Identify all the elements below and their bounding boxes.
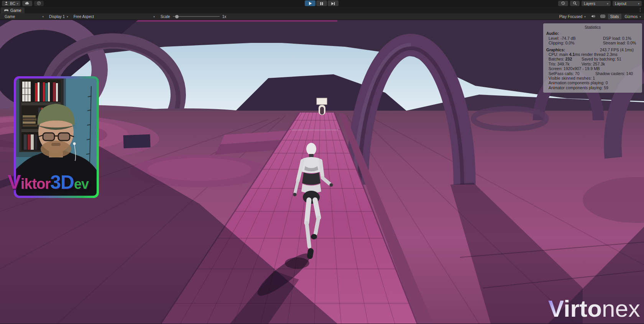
saved-by-batching: Saved by batching: 51 bbox=[582, 57, 639, 61]
statistics-panel: Statistics Audio: Level: -74.7 dB DSP lo… bbox=[543, 23, 642, 93]
graphics-row-animation: Animation components playing: 0 bbox=[546, 80, 639, 85]
tab-game[interactable]: Game bbox=[1, 7, 25, 13]
watermark-light: nex bbox=[602, 295, 640, 322]
graphics-row-animator: Animator components playing: 59 bbox=[546, 85, 639, 90]
search-button[interactable] bbox=[570, 1, 580, 6]
layout-dropdown[interactable]: Layout ▾ bbox=[613, 1, 642, 6]
step-button[interactable] bbox=[328, 0, 338, 6]
scale-slider[interactable] bbox=[173, 16, 220, 17]
play-focused-label: Play Focused bbox=[559, 15, 583, 19]
gizmos-label: Gizmos bbox=[625, 15, 638, 19]
logo-letters-iktor: iktor bbox=[21, 176, 50, 192]
virtonex-watermark: Virtonex bbox=[548, 295, 640, 322]
graphics-row-cpu: CPU: main 4.1ms render thread 2.3ms bbox=[546, 52, 639, 57]
graphics-row-skinned: Visible skinned meshes: 1 bbox=[546, 76, 639, 80]
stats-toggle-button[interactable]: Stats bbox=[608, 14, 621, 20]
aspect-dropdown[interactable]: Free Aspect ▾ bbox=[71, 13, 158, 20]
animator-components: Animator components playing: 59 bbox=[549, 85, 639, 90]
chevron-down-icon: ▾ bbox=[42, 15, 44, 18]
account-button[interactable]: BC ▾ bbox=[2, 1, 20, 6]
audio-row: Level: -74.7 dB DSP load: 0.1% bbox=[546, 36, 639, 41]
chevron-down-icon: ▾ bbox=[639, 15, 641, 18]
logo-letters-ev: ev bbox=[74, 176, 89, 192]
editor-topbar: BC ▾ Layers ▾ Layout ▾ bbox=[0, 0, 644, 7]
audio-level: Level: -74.7 dB bbox=[549, 36, 603, 41]
aspect-dropdown-label: Free Aspect bbox=[74, 15, 94, 19]
cloud-icon bbox=[25, 1, 30, 6]
cpu-times: CPU: main 4.1ms render thread 2.3ms bbox=[549, 52, 639, 57]
camera-dropdown-label: Game bbox=[5, 15, 15, 19]
speaker-icon bbox=[591, 14, 596, 19]
graphics-row-setpass: SetPass calls: 70 Shadow casters: 140 bbox=[546, 71, 639, 76]
mute-audio-button[interactable] bbox=[589, 14, 598, 20]
game-toolbar-right: Play Focused ▾ Stats Gizmos ▾ bbox=[557, 14, 642, 20]
watermark-v: V bbox=[548, 295, 564, 322]
logo-letters-3d: 3D bbox=[50, 172, 74, 193]
audio-clipping: Clipping: 0.0% bbox=[549, 41, 603, 45]
visible-skinned-meshes: Visible skinned meshes: 1 bbox=[549, 76, 639, 80]
version-control-icon bbox=[37, 1, 41, 6]
step-icon bbox=[331, 0, 335, 7]
topbar-right-group: Layers ▾ Layout ▾ bbox=[558, 1, 642, 6]
play-focused-dropdown[interactable]: Play Focused ▾ bbox=[557, 15, 588, 19]
game-tab-label: Game bbox=[10, 8, 21, 13]
screen-info: Screen: 1920x907 - 19.9 MB bbox=[549, 66, 639, 71]
animation-components: Animation components playing: 0 bbox=[549, 80, 639, 85]
verts-count: Verts: 257.3k bbox=[582, 62, 639, 66]
statistics-title: Statistics bbox=[546, 25, 639, 29]
camera-dropdown[interactable]: Game ▾ bbox=[2, 13, 46, 20]
game-viewport[interactable]: Statistics Audio: Level: -74.7 dB DSP lo… bbox=[0, 20, 644, 324]
batches-count: Batches: 232 bbox=[549, 57, 582, 61]
logo-letter-v: V bbox=[8, 171, 21, 193]
cloud-button[interactable] bbox=[22, 1, 32, 6]
game-tab-icon bbox=[4, 8, 9, 13]
shadow-casters: Shadow casters: 140 bbox=[595, 71, 639, 76]
audio-stream-load: Stream load: 0.0% bbox=[603, 41, 639, 45]
watermark-bold-rest: irto bbox=[564, 295, 602, 322]
play-icon bbox=[309, 0, 312, 7]
version-control-button[interactable] bbox=[34, 1, 44, 6]
scale-slider-knob[interactable] bbox=[175, 15, 179, 18]
display-dropdown[interactable]: Display 1 ▾ bbox=[46, 13, 71, 20]
chevron-down-icon: ▾ bbox=[17, 2, 18, 5]
metrics-button[interactable] bbox=[598, 14, 607, 20]
pause-icon bbox=[320, 0, 323, 7]
graphics-row-batches: Batches: 232 Saved by batching: 51 bbox=[546, 57, 639, 61]
chevron-down-icon: ▾ bbox=[153, 15, 155, 18]
audio-row: Clipping: 0.0% Stream load: 0.0% bbox=[546, 41, 639, 45]
play-controls bbox=[305, 0, 338, 6]
chevron-down-icon: ▾ bbox=[638, 2, 639, 5]
scale-value: 1x bbox=[222, 15, 227, 19]
watermark-bold: Virto bbox=[548, 295, 602, 322]
chevron-down-icon: ▾ bbox=[607, 2, 608, 5]
scale-label: Scale bbox=[161, 15, 170, 19]
streamer-logo: Viktor3Dev bbox=[8, 170, 111, 193]
scale-control: Scale 1x bbox=[158, 15, 230, 19]
chevron-down-icon: ▾ bbox=[584, 15, 586, 18]
metrics-grid-icon bbox=[600, 14, 605, 19]
play-button[interactable] bbox=[305, 0, 315, 6]
search-icon bbox=[573, 1, 577, 6]
webcam-overlay: Viktor3Dev bbox=[14, 76, 99, 198]
tris-count: Tris: 349.7k bbox=[549, 62, 582, 66]
undo-history-icon bbox=[561, 1, 565, 6]
audio-dsp-load: DSP load: 0.1% bbox=[603, 36, 639, 41]
audio-heading: Audio: bbox=[546, 31, 639, 36]
graphics-heading: Graphics: bbox=[546, 47, 565, 52]
account-label: BC bbox=[10, 2, 15, 6]
pause-button[interactable] bbox=[316, 0, 327, 6]
pane-tab-row: Game ⋮ bbox=[0, 7, 644, 13]
display-dropdown-label: Display 1 bbox=[49, 15, 65, 19]
pane-menu-icon[interactable]: ⋮ bbox=[638, 7, 642, 12]
layers-dropdown[interactable]: Layers ▾ bbox=[582, 1, 611, 6]
stats-button-label: Stats bbox=[610, 15, 619, 19]
graphics-heading-row: Graphics: 243.7 FPS (4.1ms) bbox=[546, 47, 639, 52]
layout-label: Layout bbox=[615, 2, 626, 6]
layers-label: Layers bbox=[584, 2, 595, 6]
history-button[interactable] bbox=[558, 1, 568, 6]
graphics-row-tris: Tris: 349.7k Verts: 257.3k bbox=[546, 62, 639, 66]
gizmos-dropdown[interactable]: Gizmos ▾ bbox=[622, 15, 642, 19]
game-view-toolbar: Game ▾ Display 1 ▾ Free Aspect ▾ Scale 1… bbox=[0, 13, 644, 20]
graphics-row-screen: Screen: 1920x907 - 19.9 MB bbox=[546, 66, 639, 71]
account-icon bbox=[4, 1, 8, 6]
